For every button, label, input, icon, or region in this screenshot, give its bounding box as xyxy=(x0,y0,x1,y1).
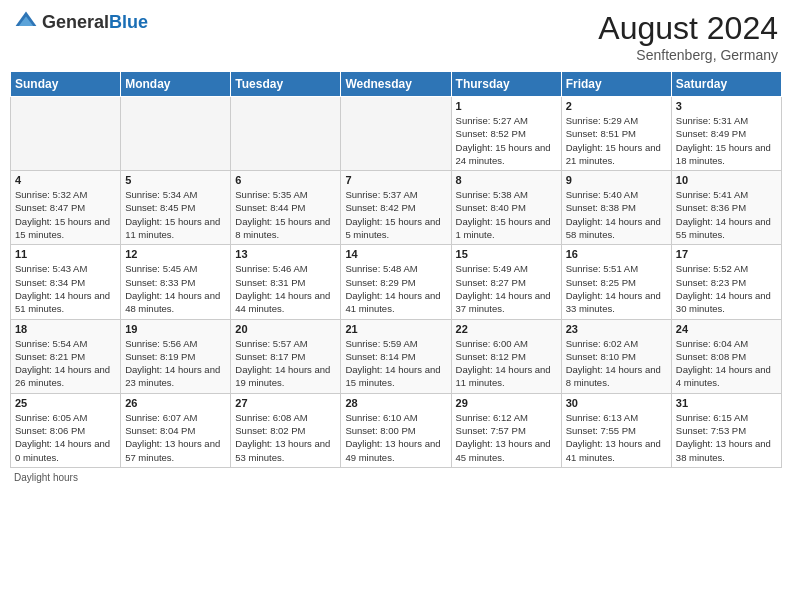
day-info: Sunrise: 5:46 AMSunset: 8:31 PMDaylight:… xyxy=(235,262,336,315)
day-info: Sunrise: 5:37 AMSunset: 8:42 PMDaylight:… xyxy=(345,188,446,241)
calendar-cell: 10Sunrise: 5:41 AMSunset: 8:36 PMDayligh… xyxy=(671,171,781,245)
calendar-cell: 20Sunrise: 5:57 AMSunset: 8:17 PMDayligh… xyxy=(231,319,341,393)
daylight-hours-label: Daylight hours xyxy=(14,472,78,483)
calendar-week-row: 1Sunrise: 5:27 AMSunset: 8:52 PMDaylight… xyxy=(11,97,782,171)
day-info: Sunrise: 6:07 AMSunset: 8:04 PMDaylight:… xyxy=(125,411,226,464)
calendar-cell xyxy=(121,97,231,171)
day-number: 20 xyxy=(235,323,336,335)
day-number: 19 xyxy=(125,323,226,335)
day-info: Sunrise: 5:40 AMSunset: 8:38 PMDaylight:… xyxy=(566,188,667,241)
calendar-week-row: 4Sunrise: 5:32 AMSunset: 8:47 PMDaylight… xyxy=(11,171,782,245)
day-info: Sunrise: 5:41 AMSunset: 8:36 PMDaylight:… xyxy=(676,188,777,241)
day-number: 7 xyxy=(345,174,446,186)
calendar-cell: 1Sunrise: 5:27 AMSunset: 8:52 PMDaylight… xyxy=(451,97,561,171)
day-number: 21 xyxy=(345,323,446,335)
calendar-cell: 23Sunrise: 6:02 AMSunset: 8:10 PMDayligh… xyxy=(561,319,671,393)
day-info: Sunrise: 6:08 AMSunset: 8:02 PMDaylight:… xyxy=(235,411,336,464)
calendar-cell: 3Sunrise: 5:31 AMSunset: 8:49 PMDaylight… xyxy=(671,97,781,171)
day-info: Sunrise: 6:02 AMSunset: 8:10 PMDaylight:… xyxy=(566,337,667,390)
logo-blue: Blue xyxy=(109,12,148,32)
day-info: Sunrise: 6:10 AMSunset: 8:00 PMDaylight:… xyxy=(345,411,446,464)
day-number: 25 xyxy=(15,397,116,409)
month-year: August 2024 xyxy=(598,10,778,47)
calendar-cell: 5Sunrise: 5:34 AMSunset: 8:45 PMDaylight… xyxy=(121,171,231,245)
calendar-header-row: SundayMondayTuesdayWednesdayThursdayFrid… xyxy=(11,72,782,97)
calendar-cell xyxy=(231,97,341,171)
day-info: Sunrise: 5:32 AMSunset: 8:47 PMDaylight:… xyxy=(15,188,116,241)
day-info: Sunrise: 6:15 AMSunset: 7:53 PMDaylight:… xyxy=(676,411,777,464)
day-number: 14 xyxy=(345,248,446,260)
calendar-cell: 2Sunrise: 5:29 AMSunset: 8:51 PMDaylight… xyxy=(561,97,671,171)
day-info: Sunrise: 5:43 AMSunset: 8:34 PMDaylight:… xyxy=(15,262,116,315)
day-of-week-saturday: Saturday xyxy=(671,72,781,97)
calendar-cell: 11Sunrise: 5:43 AMSunset: 8:34 PMDayligh… xyxy=(11,245,121,319)
day-info: Sunrise: 5:38 AMSunset: 8:40 PMDaylight:… xyxy=(456,188,557,241)
day-number: 17 xyxy=(676,248,777,260)
calendar-cell: 6Sunrise: 5:35 AMSunset: 8:44 PMDaylight… xyxy=(231,171,341,245)
day-info: Sunrise: 6:12 AMSunset: 7:57 PMDaylight:… xyxy=(456,411,557,464)
calendar-week-row: 25Sunrise: 6:05 AMSunset: 8:06 PMDayligh… xyxy=(11,393,782,467)
day-info: Sunrise: 6:05 AMSunset: 8:06 PMDaylight:… xyxy=(15,411,116,464)
day-number: 29 xyxy=(456,397,557,409)
calendar-cell: 16Sunrise: 5:51 AMSunset: 8:25 PMDayligh… xyxy=(561,245,671,319)
day-info: Sunrise: 5:27 AMSunset: 8:52 PMDaylight:… xyxy=(456,114,557,167)
calendar-cell: 22Sunrise: 6:00 AMSunset: 8:12 PMDayligh… xyxy=(451,319,561,393)
day-number: 15 xyxy=(456,248,557,260)
calendar-cell: 27Sunrise: 6:08 AMSunset: 8:02 PMDayligh… xyxy=(231,393,341,467)
calendar-cell: 21Sunrise: 5:59 AMSunset: 8:14 PMDayligh… xyxy=(341,319,451,393)
calendar-cell: 29Sunrise: 6:12 AMSunset: 7:57 PMDayligh… xyxy=(451,393,561,467)
day-info: Sunrise: 5:29 AMSunset: 8:51 PMDaylight:… xyxy=(566,114,667,167)
day-info: Sunrise: 5:49 AMSunset: 8:27 PMDaylight:… xyxy=(456,262,557,315)
calendar-cell: 28Sunrise: 6:10 AMSunset: 8:00 PMDayligh… xyxy=(341,393,451,467)
day-info: Sunrise: 6:04 AMSunset: 8:08 PMDaylight:… xyxy=(676,337,777,390)
day-number: 2 xyxy=(566,100,667,112)
calendar-cell: 17Sunrise: 5:52 AMSunset: 8:23 PMDayligh… xyxy=(671,245,781,319)
day-info: Sunrise: 6:00 AMSunset: 8:12 PMDaylight:… xyxy=(456,337,557,390)
title-block: August 2024 Senftenberg, Germany xyxy=(598,10,778,63)
calendar-week-row: 11Sunrise: 5:43 AMSunset: 8:34 PMDayligh… xyxy=(11,245,782,319)
calendar-cell: 13Sunrise: 5:46 AMSunset: 8:31 PMDayligh… xyxy=(231,245,341,319)
calendar-cell xyxy=(341,97,451,171)
calendar-cell: 15Sunrise: 5:49 AMSunset: 8:27 PMDayligh… xyxy=(451,245,561,319)
calendar-cell: 31Sunrise: 6:15 AMSunset: 7:53 PMDayligh… xyxy=(671,393,781,467)
day-number: 18 xyxy=(15,323,116,335)
day-info: Sunrise: 6:13 AMSunset: 7:55 PMDaylight:… xyxy=(566,411,667,464)
day-info: Sunrise: 5:54 AMSunset: 8:21 PMDaylight:… xyxy=(15,337,116,390)
location: Senftenberg, Germany xyxy=(598,47,778,63)
day-info: Sunrise: 5:51 AMSunset: 8:25 PMDaylight:… xyxy=(566,262,667,315)
logo-general: General xyxy=(42,12,109,32)
day-number: 30 xyxy=(566,397,667,409)
calendar-cell: 8Sunrise: 5:38 AMSunset: 8:40 PMDaylight… xyxy=(451,171,561,245)
day-number: 16 xyxy=(566,248,667,260)
day-info: Sunrise: 5:56 AMSunset: 8:19 PMDaylight:… xyxy=(125,337,226,390)
page-header: GeneralBlue August 2024 Senftenberg, Ger… xyxy=(10,10,782,63)
day-number: 12 xyxy=(125,248,226,260)
calendar-cell: 24Sunrise: 6:04 AMSunset: 8:08 PMDayligh… xyxy=(671,319,781,393)
calendar-cell: 25Sunrise: 6:05 AMSunset: 8:06 PMDayligh… xyxy=(11,393,121,467)
calendar-cell: 26Sunrise: 6:07 AMSunset: 8:04 PMDayligh… xyxy=(121,393,231,467)
footer-note: Daylight hours xyxy=(10,472,782,483)
day-number: 9 xyxy=(566,174,667,186)
day-number: 11 xyxy=(15,248,116,260)
calendar-cell: 4Sunrise: 5:32 AMSunset: 8:47 PMDaylight… xyxy=(11,171,121,245)
day-of-week-friday: Friday xyxy=(561,72,671,97)
calendar-cell: 12Sunrise: 5:45 AMSunset: 8:33 PMDayligh… xyxy=(121,245,231,319)
calendar-cell: 19Sunrise: 5:56 AMSunset: 8:19 PMDayligh… xyxy=(121,319,231,393)
day-info: Sunrise: 5:57 AMSunset: 8:17 PMDaylight:… xyxy=(235,337,336,390)
day-info: Sunrise: 5:45 AMSunset: 8:33 PMDaylight:… xyxy=(125,262,226,315)
day-number: 22 xyxy=(456,323,557,335)
day-number: 26 xyxy=(125,397,226,409)
calendar-cell: 14Sunrise: 5:48 AMSunset: 8:29 PMDayligh… xyxy=(341,245,451,319)
day-number: 28 xyxy=(345,397,446,409)
day-info: Sunrise: 5:35 AMSunset: 8:44 PMDaylight:… xyxy=(235,188,336,241)
day-info: Sunrise: 5:52 AMSunset: 8:23 PMDaylight:… xyxy=(676,262,777,315)
day-info: Sunrise: 5:31 AMSunset: 8:49 PMDaylight:… xyxy=(676,114,777,167)
logo-icon xyxy=(14,10,38,34)
day-info: Sunrise: 5:48 AMSunset: 8:29 PMDaylight:… xyxy=(345,262,446,315)
calendar-cell: 9Sunrise: 5:40 AMSunset: 8:38 PMDaylight… xyxy=(561,171,671,245)
calendar-week-row: 18Sunrise: 5:54 AMSunset: 8:21 PMDayligh… xyxy=(11,319,782,393)
day-number: 24 xyxy=(676,323,777,335)
day-number: 8 xyxy=(456,174,557,186)
calendar-cell: 7Sunrise: 5:37 AMSunset: 8:42 PMDaylight… xyxy=(341,171,451,245)
calendar-table: SundayMondayTuesdayWednesdayThursdayFrid… xyxy=(10,71,782,468)
